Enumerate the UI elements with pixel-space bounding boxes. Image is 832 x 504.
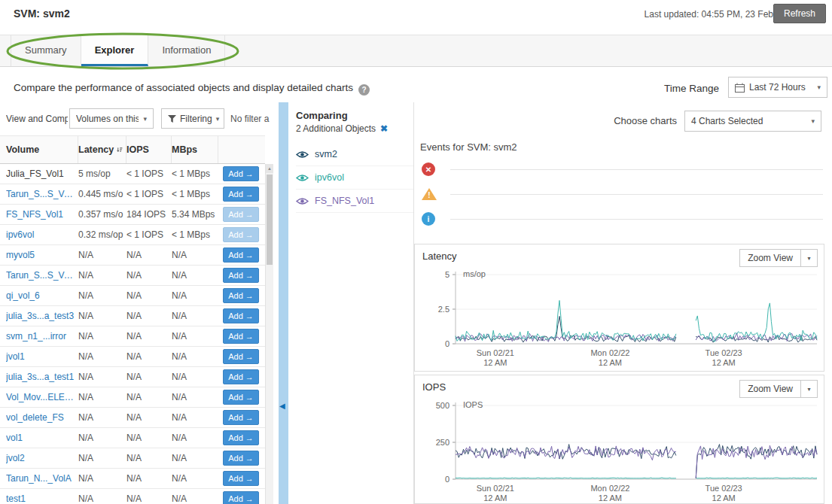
comparing-item-name[interactable]: ipv6vol	[315, 172, 344, 183]
table-row: myvol5N/AN/AN/AAdd →	[0, 245, 265, 266]
page-description: Compare the performance of associated ob…	[14, 82, 370, 96]
column-header-actions	[218, 136, 265, 163]
mbps-value: N/A	[172, 372, 218, 382]
chevron-down-icon: ▾	[807, 386, 810, 393]
time-range-dropdown[interactable]: Last 72 Hours ▾	[728, 77, 827, 98]
sort-descending-icon	[117, 146, 123, 154]
events-warning-row: !	[414, 187, 832, 202]
tab-information[interactable]: Information	[148, 35, 225, 66]
scroll-up-icon[interactable]: ▲	[266, 164, 273, 173]
volume-link[interactable]: svm_n1_...irror	[6, 331, 78, 342]
eye-visibility-icon[interactable]	[296, 150, 309, 159]
comparing-item-fs_nfs_vol1[interactable]: FS_NFS_Vol1	[296, 190, 413, 213]
add-button[interactable]: Add →	[223, 288, 259, 303]
volume-link[interactable]: Vol_Mov...ELETE	[6, 392, 78, 402]
mbps-value: N/A	[172, 493, 218, 504]
iops-value: N/A	[126, 493, 172, 504]
table-row: jvol2N/AN/AN/AAdd →	[0, 448, 265, 469]
add-button[interactable]: Add →	[223, 227, 259, 242]
table-row: FS_NFS_Vol10.357 ms/o184 IOPS5.34 MBpsAd…	[0, 205, 265, 225]
volume-link[interactable]: Tarun_S...S_Vol2	[6, 270, 78, 281]
volume-link[interactable]: Tarun_N..._VolA	[6, 473, 78, 484]
volume-link[interactable]: ipv6vol	[6, 229, 78, 240]
object-type-dropdown[interactable]: Volumes on this ▾	[69, 108, 154, 129]
comparing-item-name[interactable]: FS_NFS_Vol1	[315, 196, 374, 206]
add-button[interactable]: Add →	[223, 471, 259, 486]
volume-link[interactable]: julia_3s...a_test1	[6, 372, 78, 382]
svg-text:12 AM: 12 AM	[712, 358, 736, 367]
latency-value: N/A	[78, 453, 126, 463]
tab-summary[interactable]: Summary	[11, 35, 81, 66]
mbps-value: N/A	[172, 290, 218, 301]
scrollbar-thumb[interactable]	[267, 175, 273, 265]
add-button[interactable]: Add →	[223, 390, 259, 405]
choose-charts-dropdown[interactable]: 4 Charts Selected ▾	[684, 111, 821, 132]
collapse-panel-icon[interactable]: ◀	[279, 402, 285, 410]
iops-value: < 1 IOPS	[126, 189, 172, 199]
volume-link[interactable]: julia_3s...a_test3	[6, 311, 78, 321]
table-toolbar: View and Comp Volumes on this ▾ Filterin…	[0, 102, 276, 135]
mbps-value: < 1 MBps	[172, 229, 218, 240]
refresh-button[interactable]: Refresh	[773, 4, 826, 23]
mbps-value: N/A	[172, 270, 218, 281]
table-row: svm_n1_...irrorN/AN/AN/AAdd →	[0, 326, 265, 347]
mbps-value: 5.34 MBps	[172, 209, 218, 220]
eye-visibility-icon[interactable]	[296, 197, 309, 205]
eye-visibility-icon[interactable]	[296, 174, 309, 182]
volume-link[interactable]: Julia_FS_Vol1	[6, 169, 78, 179]
mbps-value: N/A	[172, 250, 218, 260]
volume-link[interactable]: myvol5	[6, 250, 78, 260]
table-header: Volume Latency IOPS MBps	[0, 135, 265, 164]
comparing-item-ipv6vol[interactable]: ipv6vol	[296, 166, 413, 190]
volume-link[interactable]: Tarun_S...S_Vol1	[6, 189, 78, 199]
volume-link[interactable]: jvol1	[6, 351, 78, 362]
add-button[interactable]: Add →	[223, 491, 259, 504]
volume-link[interactable]: test1	[6, 493, 78, 504]
column-header-volume[interactable]: Volume	[6, 136, 78, 163]
column-header-iops[interactable]: IOPS	[126, 136, 172, 163]
volume-link[interactable]: vol_delete_FS	[6, 412, 78, 423]
add-button[interactable]: Add →	[223, 268, 259, 283]
column-header-latency[interactable]: Latency	[78, 136, 126, 163]
comparing-subtitle-row: 2 Additional Objects ✖	[296, 123, 413, 134]
clear-comparing-icon[interactable]: ✖	[380, 123, 388, 134]
volume-link[interactable]: FS_NFS_Vol1	[6, 209, 78, 220]
latency-value: N/A	[78, 270, 126, 281]
table-body: Julia_FS_Vol15 ms/op< 1 IOPS< 1 MBpsAdd …	[0, 164, 265, 504]
comparing-item-svm2[interactable]: svm2	[296, 143, 413, 166]
volume-link[interactable]: qi_vol_6	[6, 290, 78, 301]
add-button[interactable]: Add →	[223, 329, 259, 344]
last-updated-text: Last updated: 04:55 PM, 23 Feb	[645, 9, 773, 20]
add-button[interactable]: Add →	[223, 166, 259, 181]
table-row: Tarun_N..._VolAN/AN/AN/AAdd →	[0, 469, 265, 489]
error-event-icon: ✕	[422, 162, 435, 176]
add-button[interactable]: Add →	[223, 187, 259, 202]
tab-explorer[interactable]: Explorer	[81, 35, 149, 66]
iops-value: 184 IOPS	[126, 209, 172, 220]
add-button[interactable]: Add →	[223, 308, 259, 323]
latency-value: 0.357 ms/o	[78, 209, 126, 220]
panel-splitter[interactable]: ◀	[279, 102, 288, 504]
column-header-mbps[interactable]: MBps	[172, 136, 218, 163]
volume-link[interactable]: vol1	[6, 433, 78, 443]
svg-text:500: 500	[436, 401, 450, 410]
comparing-item-name[interactable]: svm2	[315, 149, 337, 159]
add-button[interactable]: Add →	[223, 247, 259, 263]
svg-text:IOPS: IOPS	[463, 400, 483, 409]
add-button[interactable]: Add →	[223, 349, 259, 364]
table-scrollbar[interactable]: ▲	[265, 164, 273, 504]
add-button[interactable]: Add →	[223, 430, 259, 445]
add-button[interactable]: Add →	[223, 451, 259, 466]
help-icon[interactable]: ?	[358, 84, 370, 96]
chevron-down-icon: ▾	[216, 115, 220, 123]
volume-link[interactable]: jvol2	[6, 453, 78, 463]
time-range-value: Last 72 Hours	[749, 82, 806, 93]
svg-text:Mon 02/22: Mon 02/22	[590, 484, 629, 493]
choose-charts-label: Choose charts	[614, 115, 677, 126]
latency-value: N/A	[78, 331, 126, 342]
add-button[interactable]: Add →	[223, 369, 259, 384]
add-button[interactable]: Add →	[223, 207, 259, 222]
add-button[interactable]: Add →	[223, 410, 259, 425]
funnel-icon	[168, 115, 176, 123]
filtering-button[interactable]: Filtering ▾	[161, 108, 224, 129]
